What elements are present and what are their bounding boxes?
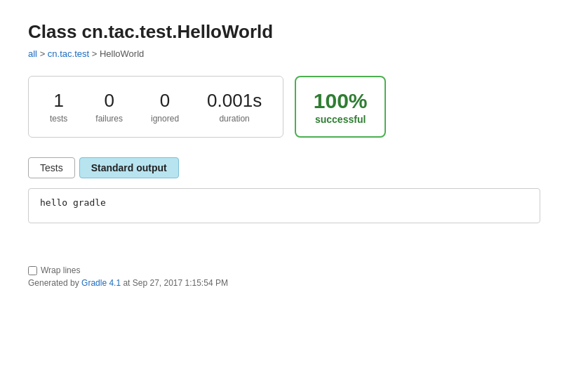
gradle-link[interactable]: Gradle 4.1 — [81, 278, 121, 288]
generated-suffix: at Sep 27, 2017 1:15:54 PM — [121, 278, 228, 288]
success-label: successful — [315, 114, 366, 125]
footer: Wrap lines Generated by Gradle 4.1 at Se… — [28, 265, 560, 288]
failures-label: failures — [95, 114, 123, 124]
wrap-lines-label[interactable]: Wrap lines — [41, 265, 80, 275]
breadcrumb: all > cn.tac.test > HelloWorld — [28, 48, 560, 59]
stat-tests: 1 tests — [50, 90, 67, 123]
ignored-value: 0 — [160, 90, 170, 112]
stats-row: 1 tests 0 failures 0 ignored 0.001s dura… — [28, 76, 560, 138]
breadcrumb-sep1: > — [37, 48, 48, 59]
output-box: hello gradle — [28, 188, 540, 223]
stats-box: 1 tests 0 failures 0 ignored 0.001s dura… — [28, 76, 283, 138]
stat-ignored: 0 ignored — [151, 90, 179, 123]
tab-standard-output[interactable]: Standard output — [79, 157, 179, 178]
tests-label: tests — [50, 114, 67, 124]
generated-by: Generated by Gradle 4.1 at Sep 27, 2017 … — [28, 278, 560, 288]
failures-value: 0 — [104, 90, 114, 112]
success-box: 100% successful — [295, 76, 386, 138]
wrap-lines-checkbox[interactable] — [28, 266, 37, 275]
breadcrumb-all-link[interactable]: all — [28, 48, 37, 59]
main-page: Class cn.tac.test.HelloWorld all > cn.ta… — [0, 0, 588, 389]
wrap-lines-row: Wrap lines — [28, 265, 560, 275]
breadcrumb-package-link[interactable]: cn.tac.test — [48, 48, 89, 59]
duration-value: 0.001s — [207, 90, 262, 112]
output-content: hello gradle — [40, 197, 106, 208]
ignored-label: ignored — [151, 114, 179, 124]
generated-prefix: Generated by — [28, 278, 81, 288]
success-percent: 100% — [314, 88, 368, 114]
breadcrumb-sep2: > — [89, 48, 100, 59]
stat-failures: 0 failures — [95, 90, 123, 123]
stat-duration: 0.001s duration — [207, 90, 262, 123]
page-title: Class cn.tac.test.HelloWorld — [28, 21, 560, 43]
breadcrumb-class: HelloWorld — [100, 48, 144, 59]
tabs-row: Tests Standard output — [28, 157, 560, 178]
tab-tests[interactable]: Tests — [28, 157, 75, 178]
duration-label: duration — [219, 114, 249, 124]
tests-value: 1 — [53, 90, 63, 112]
